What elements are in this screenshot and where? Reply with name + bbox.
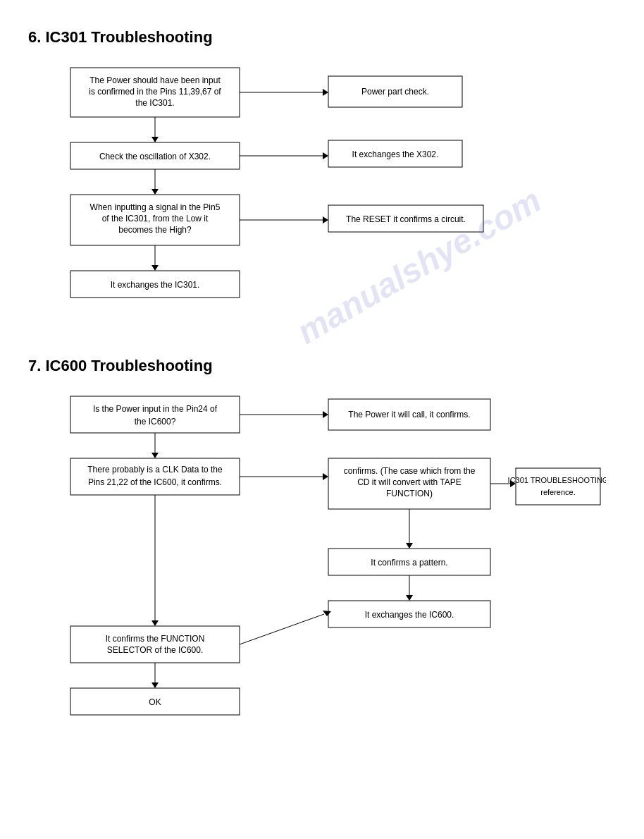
svg-rect-54 <box>516 468 600 505</box>
svg-text:the IC600?: the IC600? <box>135 417 176 427</box>
svg-text:The RESET it confirms a circui: The RESET it confirms a circuit. <box>346 214 466 224</box>
svg-rect-63 <box>70 626 240 663</box>
svg-text:Pins 21,22 of the IC600, it co: Pins 21,22 of the IC600, it confirms. <box>88 477 222 487</box>
svg-text:It exchanges the X302.: It exchanges the X302. <box>352 149 439 159</box>
svg-marker-34 <box>151 453 159 458</box>
svg-marker-7 <box>323 89 328 96</box>
svg-text:Check the oscillation of X302.: Check the oscillation of X302. <box>99 152 211 161</box>
svg-line-68 <box>240 614 324 644</box>
svg-text:the IC301.: the IC301. <box>135 98 174 108</box>
svg-text:SELECTOR of the IC600.: SELECTOR of the IC600. <box>107 645 204 655</box>
svg-marker-36 <box>323 411 328 418</box>
svg-text:When inputting a signal in the: When inputting a signal in the Pin5 <box>90 202 221 212</box>
svg-marker-67 <box>151 682 159 688</box>
svg-marker-5 <box>151 137 159 142</box>
section-6: 6. IC301 Troubleshooting The Power shoul… <box>28 28 616 329</box>
svg-text:The Power it will call, it con: The Power it will call, it confirms. <box>348 410 470 420</box>
svg-text:OK: OK <box>149 697 161 707</box>
svg-text:It confirms the FUNCTION: It confirms the FUNCTION <box>106 634 205 644</box>
svg-text:of the IC301, from the Low it: of the IC301, from the Low it <box>102 214 209 223</box>
section-6-title: 6. IC301 Troubleshooting <box>28 28 616 47</box>
svg-text:Power part check.: Power part check. <box>361 87 429 97</box>
svg-text:becomes the High?: becomes the High? <box>118 225 192 235</box>
svg-marker-13 <box>151 189 159 195</box>
svg-marker-45 <box>323 473 328 480</box>
svg-text:The Power should have been inp: The Power should have been input <box>89 75 221 85</box>
svg-text:confirms. (The case which from: confirms. (The case which from the <box>344 466 476 476</box>
svg-marker-51 <box>406 543 413 549</box>
svg-rect-30 <box>70 396 240 433</box>
svg-marker-23 <box>151 265 159 271</box>
svg-text:It exchanges the IC600.: It exchanges the IC600. <box>365 610 454 620</box>
svg-text:Is the Power input in the Pin2: Is the Power input in the Pin24 of <box>93 404 218 414</box>
svg-marker-25 <box>323 216 328 223</box>
svg-marker-43 <box>151 620 159 626</box>
section-7-title: 7. IC600 Troubleshooting <box>28 357 616 375</box>
svg-text:IC301 TROUBLESHOOTING: IC301 TROUBLESHOOTING <box>508 476 606 484</box>
svg-marker-15 <box>323 152 328 159</box>
svg-rect-39 <box>70 458 240 495</box>
flowchart-7: Is the Power input in the Pin24 of the I… <box>28 389 606 784</box>
svg-text:FUNCTION): FUNCTION) <box>386 489 433 498</box>
svg-marker-60 <box>406 595 413 601</box>
svg-text:reference.: reference. <box>540 488 576 496</box>
svg-text:CD it will convert with TAPE: CD it will convert with TAPE <box>357 477 462 487</box>
flowchart-6: The Power should have been input is conf… <box>28 61 606 329</box>
svg-text:is confirmed in the Pins 11,39: is confirmed in the Pins 11,39,67 of <box>89 87 221 97</box>
svg-text:It confirms a pattern.: It confirms a pattern. <box>371 558 447 568</box>
section-7: 7. IC600 Troubleshooting Is the Power in… <box>28 357 616 784</box>
svg-text:It exchanges the IC301.: It exchanges the IC301. <box>111 280 200 290</box>
svg-text:There probably is a CLK Data t: There probably is a CLK Data to the <box>87 465 223 474</box>
